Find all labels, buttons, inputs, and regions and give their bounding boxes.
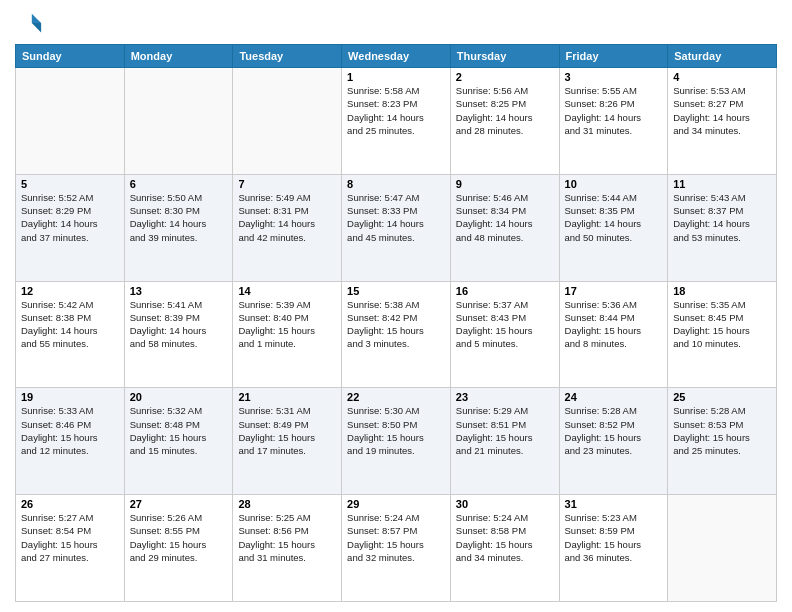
- day-number: 19: [21, 391, 119, 403]
- calendar-cell: 11Sunrise: 5:43 AM Sunset: 8:37 PM Dayli…: [668, 174, 777, 281]
- day-number: 5: [21, 178, 119, 190]
- day-number: 11: [673, 178, 771, 190]
- week-row-2: 5Sunrise: 5:52 AM Sunset: 8:29 PM Daylig…: [16, 174, 777, 281]
- day-number: 20: [130, 391, 228, 403]
- weekday-saturday: Saturday: [668, 45, 777, 68]
- day-info: Sunrise: 5:50 AM Sunset: 8:30 PM Dayligh…: [130, 191, 228, 244]
- day-number: 12: [21, 285, 119, 297]
- day-info: Sunrise: 5:46 AM Sunset: 8:34 PM Dayligh…: [456, 191, 554, 244]
- calendar-cell: 16Sunrise: 5:37 AM Sunset: 8:43 PM Dayli…: [450, 281, 559, 388]
- calendar-cell: 7Sunrise: 5:49 AM Sunset: 8:31 PM Daylig…: [233, 174, 342, 281]
- calendar-cell: 24Sunrise: 5:28 AM Sunset: 8:52 PM Dayli…: [559, 388, 668, 495]
- day-number: 31: [565, 498, 663, 510]
- svg-marker-1: [32, 23, 41, 32]
- calendar-cell: 23Sunrise: 5:29 AM Sunset: 8:51 PM Dayli…: [450, 388, 559, 495]
- day-info: Sunrise: 5:29 AM Sunset: 8:51 PM Dayligh…: [456, 404, 554, 457]
- day-info: Sunrise: 5:43 AM Sunset: 8:37 PM Dayligh…: [673, 191, 771, 244]
- day-number: 4: [673, 71, 771, 83]
- calendar-cell: 29Sunrise: 5:24 AM Sunset: 8:57 PM Dayli…: [342, 495, 451, 602]
- day-info: Sunrise: 5:42 AM Sunset: 8:38 PM Dayligh…: [21, 298, 119, 351]
- weekday-tuesday: Tuesday: [233, 45, 342, 68]
- calendar-cell: 12Sunrise: 5:42 AM Sunset: 8:38 PM Dayli…: [16, 281, 125, 388]
- day-number: 21: [238, 391, 336, 403]
- day-info: Sunrise: 5:53 AM Sunset: 8:27 PM Dayligh…: [673, 84, 771, 137]
- calendar-cell: 3Sunrise: 5:55 AM Sunset: 8:26 PM Daylig…: [559, 68, 668, 175]
- calendar-cell: 27Sunrise: 5:26 AM Sunset: 8:55 PM Dayli…: [124, 495, 233, 602]
- day-number: 17: [565, 285, 663, 297]
- calendar-cell: [124, 68, 233, 175]
- day-number: 23: [456, 391, 554, 403]
- weekday-thursday: Thursday: [450, 45, 559, 68]
- weekday-monday: Monday: [124, 45, 233, 68]
- header: [15, 10, 777, 38]
- day-number: 7: [238, 178, 336, 190]
- day-number: 3: [565, 71, 663, 83]
- calendar-cell: 5Sunrise: 5:52 AM Sunset: 8:29 PM Daylig…: [16, 174, 125, 281]
- calendar-cell: 8Sunrise: 5:47 AM Sunset: 8:33 PM Daylig…: [342, 174, 451, 281]
- weekday-friday: Friday: [559, 45, 668, 68]
- day-number: 14: [238, 285, 336, 297]
- week-row-5: 26Sunrise: 5:27 AM Sunset: 8:54 PM Dayli…: [16, 495, 777, 602]
- day-number: 30: [456, 498, 554, 510]
- weekday-wednesday: Wednesday: [342, 45, 451, 68]
- calendar-cell: [16, 68, 125, 175]
- svg-marker-0: [32, 14, 41, 23]
- calendar-cell: 22Sunrise: 5:30 AM Sunset: 8:50 PM Dayli…: [342, 388, 451, 495]
- calendar-cell: 15Sunrise: 5:38 AM Sunset: 8:42 PM Dayli…: [342, 281, 451, 388]
- day-info: Sunrise: 5:23 AM Sunset: 8:59 PM Dayligh…: [565, 511, 663, 564]
- day-info: Sunrise: 5:47 AM Sunset: 8:33 PM Dayligh…: [347, 191, 445, 244]
- day-info: Sunrise: 5:27 AM Sunset: 8:54 PM Dayligh…: [21, 511, 119, 564]
- logo-icon: [15, 10, 43, 38]
- day-number: 9: [456, 178, 554, 190]
- day-number: 18: [673, 285, 771, 297]
- calendar-cell: 18Sunrise: 5:35 AM Sunset: 8:45 PM Dayli…: [668, 281, 777, 388]
- day-number: 15: [347, 285, 445, 297]
- day-info: Sunrise: 5:28 AM Sunset: 8:52 PM Dayligh…: [565, 404, 663, 457]
- day-number: 13: [130, 285, 228, 297]
- day-info: Sunrise: 5:35 AM Sunset: 8:45 PM Dayligh…: [673, 298, 771, 351]
- calendar-cell: 14Sunrise: 5:39 AM Sunset: 8:40 PM Dayli…: [233, 281, 342, 388]
- day-info: Sunrise: 5:52 AM Sunset: 8:29 PM Dayligh…: [21, 191, 119, 244]
- calendar-cell: [668, 495, 777, 602]
- calendar-cell: 4Sunrise: 5:53 AM Sunset: 8:27 PM Daylig…: [668, 68, 777, 175]
- week-row-4: 19Sunrise: 5:33 AM Sunset: 8:46 PM Dayli…: [16, 388, 777, 495]
- day-info: Sunrise: 5:39 AM Sunset: 8:40 PM Dayligh…: [238, 298, 336, 351]
- day-info: Sunrise: 5:55 AM Sunset: 8:26 PM Dayligh…: [565, 84, 663, 137]
- day-number: 26: [21, 498, 119, 510]
- calendar-cell: 19Sunrise: 5:33 AM Sunset: 8:46 PM Dayli…: [16, 388, 125, 495]
- day-info: Sunrise: 5:56 AM Sunset: 8:25 PM Dayligh…: [456, 84, 554, 137]
- day-number: 16: [456, 285, 554, 297]
- day-info: Sunrise: 5:49 AM Sunset: 8:31 PM Dayligh…: [238, 191, 336, 244]
- calendar-cell: 28Sunrise: 5:25 AM Sunset: 8:56 PM Dayli…: [233, 495, 342, 602]
- day-number: 8: [347, 178, 445, 190]
- day-number: 22: [347, 391, 445, 403]
- day-number: 2: [456, 71, 554, 83]
- day-number: 25: [673, 391, 771, 403]
- day-info: Sunrise: 5:30 AM Sunset: 8:50 PM Dayligh…: [347, 404, 445, 457]
- calendar-cell: 13Sunrise: 5:41 AM Sunset: 8:39 PM Dayli…: [124, 281, 233, 388]
- calendar-cell: 30Sunrise: 5:24 AM Sunset: 8:58 PM Dayli…: [450, 495, 559, 602]
- page: SundayMondayTuesdayWednesdayThursdayFrid…: [0, 0, 792, 612]
- day-number: 29: [347, 498, 445, 510]
- calendar-cell: 6Sunrise: 5:50 AM Sunset: 8:30 PM Daylig…: [124, 174, 233, 281]
- day-number: 27: [130, 498, 228, 510]
- calendar-cell: 9Sunrise: 5:46 AM Sunset: 8:34 PM Daylig…: [450, 174, 559, 281]
- calendar-cell: 25Sunrise: 5:28 AM Sunset: 8:53 PM Dayli…: [668, 388, 777, 495]
- day-info: Sunrise: 5:24 AM Sunset: 8:57 PM Dayligh…: [347, 511, 445, 564]
- weekday-sunday: Sunday: [16, 45, 125, 68]
- calendar-cell: 2Sunrise: 5:56 AM Sunset: 8:25 PM Daylig…: [450, 68, 559, 175]
- day-info: Sunrise: 5:58 AM Sunset: 8:23 PM Dayligh…: [347, 84, 445, 137]
- day-info: Sunrise: 5:25 AM Sunset: 8:56 PM Dayligh…: [238, 511, 336, 564]
- week-row-3: 12Sunrise: 5:42 AM Sunset: 8:38 PM Dayli…: [16, 281, 777, 388]
- weekday-header-row: SundayMondayTuesdayWednesdayThursdayFrid…: [16, 45, 777, 68]
- calendar-cell: 17Sunrise: 5:36 AM Sunset: 8:44 PM Dayli…: [559, 281, 668, 388]
- day-number: 24: [565, 391, 663, 403]
- day-info: Sunrise: 5:24 AM Sunset: 8:58 PM Dayligh…: [456, 511, 554, 564]
- calendar-table: SundayMondayTuesdayWednesdayThursdayFrid…: [15, 44, 777, 602]
- logo: [15, 10, 47, 38]
- day-info: Sunrise: 5:28 AM Sunset: 8:53 PM Dayligh…: [673, 404, 771, 457]
- calendar-cell: 31Sunrise: 5:23 AM Sunset: 8:59 PM Dayli…: [559, 495, 668, 602]
- day-number: 28: [238, 498, 336, 510]
- day-info: Sunrise: 5:37 AM Sunset: 8:43 PM Dayligh…: [456, 298, 554, 351]
- calendar-cell: 20Sunrise: 5:32 AM Sunset: 8:48 PM Dayli…: [124, 388, 233, 495]
